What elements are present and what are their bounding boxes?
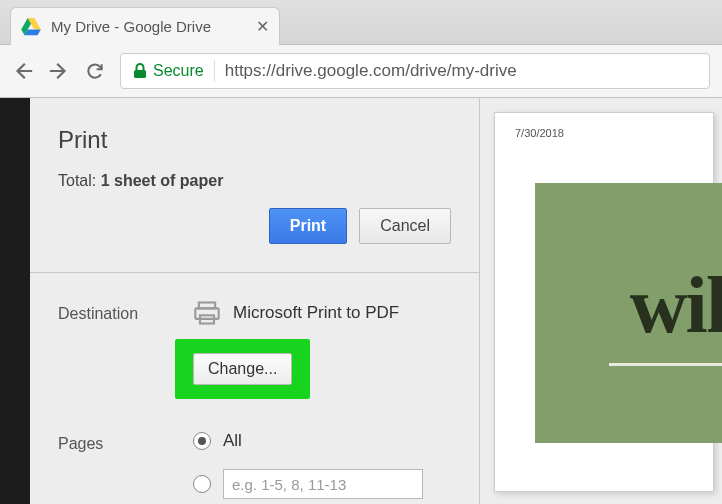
print-settings-panel: Print Total: 1 sheet of paper Print Canc… <box>30 98 480 504</box>
content-area: Print Total: 1 sheet of paper Print Canc… <box>0 98 722 504</box>
print-preview-pane: 7/30/2018 wik <box>480 98 722 504</box>
secure-indicator: Secure <box>133 62 204 80</box>
browser-tab-strip: My Drive - Google Drive ✕ <box>0 0 722 45</box>
print-button[interactable]: Print <box>269 208 347 244</box>
cancel-button[interactable]: Cancel <box>359 208 451 244</box>
preview-content-block: wik <box>535 183 722 443</box>
browser-tab[interactable]: My Drive - Google Drive ✕ <box>10 7 280 45</box>
close-tab-icon[interactable]: ✕ <box>256 17 269 36</box>
highlight-box: Change... <box>175 339 310 399</box>
browser-toolbar: Secure https://drive.google.com/drive/my… <box>0 45 722 98</box>
url-text: https://drive.google.com/drive/my-drive <box>225 61 517 81</box>
destination-value: Microsoft Print to PDF <box>193 301 451 325</box>
forward-button[interactable] <box>48 60 70 82</box>
address-bar[interactable]: Secure https://drive.google.com/drive/my… <box>120 53 710 89</box>
preview-page: 7/30/2018 wik <box>494 112 714 492</box>
google-drive-icon <box>21 18 41 36</box>
reload-button[interactable] <box>84 60 106 82</box>
printer-icon <box>193 301 221 325</box>
pages-label: Pages <box>58 431 163 504</box>
svg-rect-5 <box>195 308 218 319</box>
pages-all-label: All <box>223 431 242 451</box>
back-button[interactable] <box>12 60 34 82</box>
pages-range-radio[interactable] <box>193 475 211 493</box>
logo-underline <box>609 363 722 366</box>
svg-rect-3 <box>134 70 146 78</box>
divider <box>30 272 479 273</box>
destination-label: Destination <box>58 301 163 399</box>
preview-date: 7/30/2018 <box>515 127 693 139</box>
change-destination-button[interactable]: Change... <box>193 353 292 385</box>
lock-icon <box>133 63 147 79</box>
tab-title: My Drive - Google Drive <box>51 18 246 35</box>
wikihow-logo-text: wik <box>630 260 722 351</box>
pages-range-input[interactable]: e.g. 1-5, 8, 11-13 <box>223 469 423 499</box>
dark-strip <box>0 98 30 504</box>
print-total: Total: 1 sheet of paper <box>58 172 451 190</box>
pages-all-radio[interactable] <box>193 432 211 450</box>
print-heading: Print <box>58 126 451 154</box>
separator <box>214 60 215 82</box>
secure-label: Secure <box>153 62 204 80</box>
